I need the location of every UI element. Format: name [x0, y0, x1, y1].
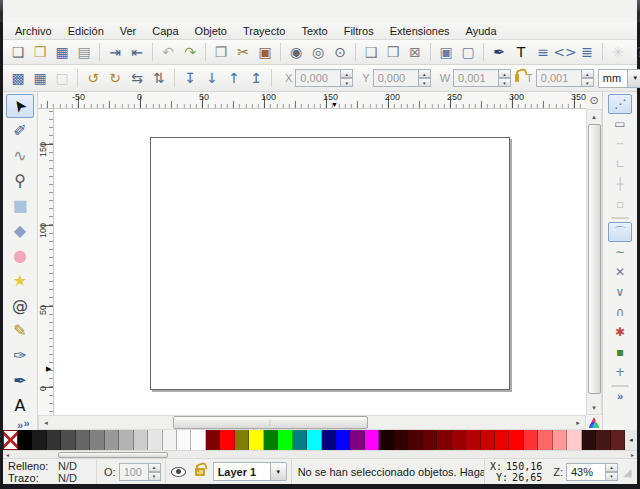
preferences-icon[interactable]: ✳ [607, 41, 629, 63]
zoom-field[interactable] [566, 463, 606, 481]
snap-bbox-icon[interactable]: ▭ [608, 114, 632, 134]
create-clone-icon[interactable]: ❒ [382, 41, 404, 63]
color-swatch[interactable] [437, 430, 451, 450]
unit-dropdown[interactable]: mm ▼ [598, 69, 640, 88]
menu-item[interactable]: Edición [60, 23, 112, 39]
spiral-tool[interactable]: @ [6, 294, 34, 318]
toolbar-button[interactable] [174, 69, 175, 87]
color-swatch[interactable] [18, 430, 32, 450]
y-field[interactable] [373, 69, 419, 87]
menu-item[interactable]: Trayecto [235, 23, 293, 39]
scroll-right-icon[interactable]: ▸ [571, 419, 585, 427]
snap-object-centers-icon[interactable]: ▪ [608, 342, 632, 362]
menu-item[interactable]: Filtros [336, 23, 382, 39]
color-swatch[interactable] [350, 430, 364, 450]
color-swatch[interactable] [408, 430, 422, 450]
rotate-ccw-icon[interactable]: ↺ [82, 67, 104, 89]
color-swatch[interactable] [423, 430, 437, 450]
toolbar-button[interactable] [355, 43, 356, 61]
color-swatch[interactable] [336, 430, 350, 450]
color-swatch[interactable] [220, 430, 234, 450]
color-swatch[interactable] [495, 430, 509, 450]
opacity-field[interactable] [119, 463, 149, 481]
toolbar-button[interactable] [77, 69, 78, 87]
snapbar-overflow-icon[interactable]: » [617, 390, 623, 402]
layer-lock-icon[interactable] [195, 468, 205, 476]
flip-horizontal-icon[interactable]: ⇆ [126, 67, 148, 89]
palette-scrollbar[interactable]: ◂ ▸ [3, 450, 637, 458]
color-swatch[interactable] [278, 430, 292, 450]
layers-dialog-icon[interactable]: ≡ [532, 41, 554, 63]
color-swatch[interactable] [538, 430, 552, 450]
dropdown-arrow-icon[interactable]: ▼ [628, 69, 640, 88]
toolbar-button[interactable] [602, 43, 603, 61]
group-icon[interactable]: ▣ [435, 41, 457, 63]
align-dialog-icon[interactable]: ≣ [576, 41, 598, 63]
snap-button[interactable] [611, 385, 629, 387]
raise-step-icon[interactable]: ↑ [223, 67, 245, 89]
flip-vertical-icon[interactable]: ⇅ [148, 67, 170, 89]
cut-icon[interactable]: ✂ [232, 41, 254, 63]
deselect-icon[interactable]: ▢ [51, 67, 73, 89]
snap-bbox-edges-icon[interactable]: ╌ [608, 134, 632, 154]
width-field-spinner[interactable]: ▴▾ [499, 69, 511, 87]
selector-tool[interactable]: ➤ [6, 94, 34, 118]
color-swatch[interactable] [481, 430, 495, 450]
vertical-ruler[interactable]: 150100500 ▶ [38, 109, 54, 415]
snap-midpoints-icon[interactable]: ✱ [608, 322, 632, 342]
fill-stroke-indicator[interactable]: Relleno:N/D Trazo:N/D [5, 460, 97, 484]
color-swatch[interactable] [567, 430, 581, 450]
color-swatch[interactable] [322, 430, 336, 450]
color-swatch[interactable] [249, 430, 263, 450]
color-swatch[interactable] [509, 430, 523, 450]
menu-item[interactable]: Extensiones [382, 23, 458, 39]
node-editor-tool[interactable]: ✐ [6, 119, 34, 143]
color-swatch[interactable] [524, 430, 538, 450]
export-icon[interactable]: ⇤ [126, 41, 148, 63]
unlink-clone-icon[interactable]: ⊠ [404, 41, 426, 63]
duplicate-icon[interactable]: ❑ [360, 41, 382, 63]
horizontal-scrollbar[interactable]: ◂ ⦙ ▸ [38, 415, 586, 430]
lower-step-icon[interactable]: ↓ [201, 67, 223, 89]
snap-bbox-centers-icon[interactable]: ▫ [608, 194, 632, 214]
snap-nodes-icon[interactable]: ⌒ [608, 222, 632, 242]
height-field-spinner[interactable]: ▴▾ [582, 69, 594, 87]
menu-item[interactable]: Capa [144, 23, 186, 39]
toolbar-button[interactable] [152, 43, 153, 61]
pencil-tool[interactable]: ✎ [6, 319, 34, 343]
toolbar-button[interactable] [280, 43, 281, 61]
color-swatch[interactable] [177, 430, 191, 450]
raise-to-top-icon[interactable]: ↥ [245, 67, 267, 89]
lock-ratio-icon[interactable] [515, 74, 519, 82]
y-field-spinner[interactable]: ▴▾ [419, 69, 431, 87]
toolbar-button[interactable] [99, 43, 100, 61]
color-swatch[interactable] [293, 430, 307, 450]
color-swatch[interactable] [163, 430, 177, 450]
tweak-tool[interactable]: ∿ [6, 144, 34, 168]
color-swatch[interactable] [394, 430, 408, 450]
copy-icon[interactable]: ❐ [210, 41, 232, 63]
snap-paths-icon[interactable]: ∼ [608, 242, 632, 262]
toolbar-button[interactable] [483, 43, 484, 61]
zoom-page-icon[interactable]: ⊙ [329, 41, 351, 63]
menu-item[interactable]: Archivo [7, 23, 60, 39]
color-swatch[interactable] [90, 430, 104, 450]
scroll-down-icon[interactable]: ▾ [587, 401, 601, 414]
color-swatch[interactable] [307, 430, 321, 450]
color-swatch[interactable] [47, 430, 61, 450]
color-swatch[interactable] [379, 430, 393, 450]
zoom-selection-icon[interactable]: ◉ [285, 41, 307, 63]
scroll-up-icon[interactable]: ▴ [587, 110, 601, 123]
opacity-spinner[interactable]: ▴▾ [149, 463, 161, 481]
paste-icon[interactable]: ▣ [254, 41, 276, 63]
color-swatch[interactable] [553, 430, 567, 450]
layer-visibility-icon[interactable] [171, 467, 186, 477]
no-color-swatch[interactable] [3, 430, 18, 450]
snap-path-intersections-icon[interactable]: ✕ [608, 262, 632, 282]
xml-editor-icon[interactable]: <> [554, 41, 576, 63]
fill-stroke-dialog-icon[interactable]: ✒ [488, 41, 510, 63]
resize-grip-icon[interactable]: ◢ [623, 466, 635, 478]
ungroup-icon[interactable]: ▢ [457, 41, 479, 63]
lower-to-bottom-icon[interactable]: ↧ [179, 67, 201, 89]
palette-scroll-left-icon[interactable]: ◂ [625, 430, 637, 450]
